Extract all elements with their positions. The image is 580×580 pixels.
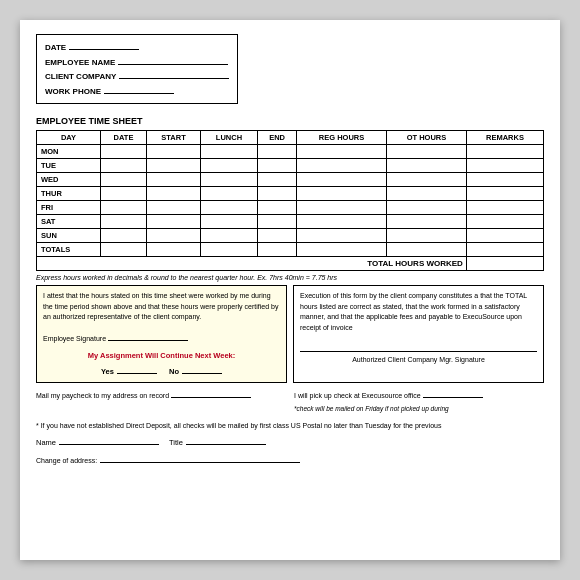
col-date: DATE bbox=[100, 131, 146, 145]
col-end: END bbox=[257, 131, 296, 145]
yes-underline bbox=[117, 364, 157, 374]
ot-mon bbox=[387, 145, 467, 159]
check-note: *check will be mailed on Friday if not p… bbox=[294, 405, 449, 412]
start-sat bbox=[147, 215, 201, 229]
ot-totals bbox=[387, 243, 467, 257]
end-sat bbox=[257, 215, 296, 229]
day-sat: SAT bbox=[37, 215, 101, 229]
lunch-fri bbox=[200, 201, 257, 215]
employee-field-row: EMPLOYEE NAME bbox=[45, 55, 229, 70]
pickup-label: I will pick up check at Execusource offi… bbox=[294, 392, 421, 399]
client-underline bbox=[119, 69, 229, 79]
day-thur: THUR bbox=[37, 187, 101, 201]
remarks-totals bbox=[466, 243, 543, 257]
change-address-label: Change of address: bbox=[36, 455, 97, 468]
total-hours-row: TOTAL HOURS WORKED bbox=[37, 257, 544, 271]
reg-fri bbox=[297, 201, 387, 215]
employee-label: EMPLOYEE NAME bbox=[45, 56, 115, 70]
lunch-wed bbox=[200, 173, 257, 187]
employee-sig-line bbox=[108, 333, 188, 341]
date-tue bbox=[100, 159, 146, 173]
table-row: THUR bbox=[37, 187, 544, 201]
employee-underline bbox=[118, 55, 228, 65]
day-fri: FRI bbox=[37, 201, 101, 215]
end-thur bbox=[257, 187, 296, 201]
lunch-mon bbox=[200, 145, 257, 159]
lunch-totals bbox=[200, 243, 257, 257]
day-tue: TUE bbox=[37, 159, 101, 173]
date-underline bbox=[69, 40, 139, 50]
remarks-sun bbox=[466, 229, 543, 243]
direct-deposit-note: * If you have not established Direct Dep… bbox=[36, 420, 544, 433]
end-fri bbox=[257, 201, 296, 215]
reg-totals bbox=[297, 243, 387, 257]
timesheet-page: DATE EMPLOYEE NAME CLIENT COMPANY WORK P… bbox=[20, 20, 560, 560]
header-info-box: DATE EMPLOYEE NAME CLIENT COMPANY WORK P… bbox=[36, 34, 238, 104]
start-wed bbox=[147, 173, 201, 187]
day-totals: TOTALS bbox=[37, 243, 101, 257]
ot-sat bbox=[387, 215, 467, 229]
client-label: CLIENT COMPANY bbox=[45, 70, 116, 84]
assignment-label: My Assignment Will Continue Next Week: bbox=[43, 350, 280, 361]
table-row: SAT bbox=[37, 215, 544, 229]
lunch-sat bbox=[200, 215, 257, 229]
end-wed bbox=[257, 173, 296, 187]
note-line: Express hours worked in decimals & round… bbox=[36, 274, 544, 281]
yes-label: Yes bbox=[101, 366, 114, 377]
attestation-right-text: Execution of this form by the client com… bbox=[300, 292, 527, 331]
name-label: Name bbox=[36, 436, 56, 450]
col-start: START bbox=[147, 131, 201, 145]
lunch-tue bbox=[200, 159, 257, 173]
reg-mon bbox=[297, 145, 387, 159]
attestation-right: Execution of this form by the client com… bbox=[293, 285, 544, 383]
col-reg-hours: REG HOURS bbox=[297, 131, 387, 145]
title-item: Title bbox=[169, 435, 266, 450]
ot-fri bbox=[387, 201, 467, 215]
start-thur bbox=[147, 187, 201, 201]
col-lunch: LUNCH bbox=[200, 131, 257, 145]
no-underline bbox=[182, 364, 222, 374]
start-fri bbox=[147, 201, 201, 215]
table-row: FRI bbox=[37, 201, 544, 215]
pickup-underline bbox=[423, 388, 483, 398]
client-field-row: CLIENT COMPANY bbox=[45, 69, 229, 84]
table-row: TUE bbox=[37, 159, 544, 173]
phone-underline bbox=[104, 84, 174, 94]
change-address-underline bbox=[100, 453, 300, 463]
direct-deposit-text: * If you have not established Direct Dep… bbox=[36, 422, 441, 429]
remarks-sat bbox=[466, 215, 543, 229]
table-header-row: DAY DATE START LUNCH END REG HOURS OT HO… bbox=[37, 131, 544, 145]
start-sun bbox=[147, 229, 201, 243]
remarks-wed bbox=[466, 173, 543, 187]
reg-sun bbox=[297, 229, 387, 243]
timesheet-table: DAY DATE START LUNCH END REG HOURS OT HO… bbox=[36, 130, 544, 271]
date-field-row: DATE bbox=[45, 40, 229, 55]
ot-tue bbox=[387, 159, 467, 173]
col-day: DAY bbox=[37, 131, 101, 145]
date-mon bbox=[100, 145, 146, 159]
total-hours-label: TOTAL HOURS WORKED bbox=[37, 257, 467, 271]
change-address-row: Change of address: bbox=[36, 453, 544, 468]
ot-sun bbox=[387, 229, 467, 243]
remarks-mon bbox=[466, 145, 543, 159]
title-underline bbox=[186, 435, 266, 445]
phone-label: WORK PHONE bbox=[45, 85, 101, 99]
client-sig-label: Authorized Client Company Mgr. Signature bbox=[300, 355, 537, 366]
reg-wed bbox=[297, 173, 387, 187]
section-title: EMPLOYEE TIME SHEET bbox=[36, 116, 544, 126]
name-title-row: Name Title bbox=[36, 435, 544, 450]
date-label: DATE bbox=[45, 41, 66, 55]
client-sig-line bbox=[300, 344, 537, 352]
remarks-thur bbox=[466, 187, 543, 201]
ot-wed bbox=[387, 173, 467, 187]
day-sun: SUN bbox=[37, 229, 101, 243]
date-fri bbox=[100, 201, 146, 215]
lunch-thur bbox=[200, 187, 257, 201]
bottom-section: Mail my paycheck to my address on record… bbox=[36, 388, 544, 467]
title-label: Title bbox=[169, 436, 183, 450]
table-row: WED bbox=[37, 173, 544, 187]
attestation-left-text: I attest that the hours stated on this t… bbox=[43, 292, 278, 320]
end-sun bbox=[257, 229, 296, 243]
date-sat bbox=[100, 215, 146, 229]
date-thur bbox=[100, 187, 146, 201]
